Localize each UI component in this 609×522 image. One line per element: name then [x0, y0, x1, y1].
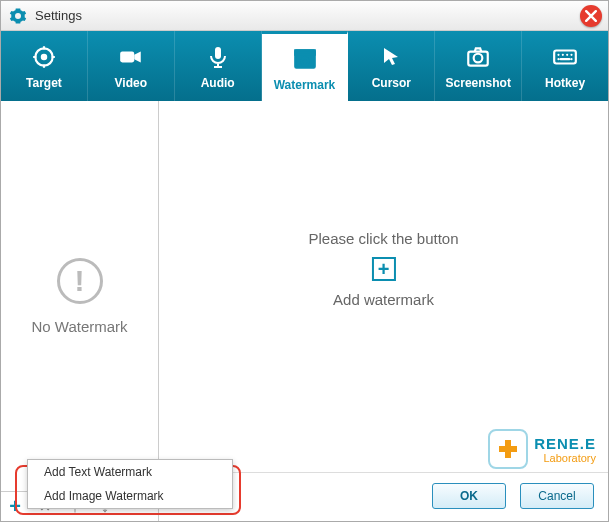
ok-button[interactable]: OK: [432, 483, 506, 509]
tab-cursor[interactable]: Cursor: [348, 31, 435, 101]
brand-logo: RENE.E Laboratory: [488, 429, 596, 469]
svg-rect-3: [215, 47, 221, 59]
tab-target[interactable]: Target: [1, 31, 88, 101]
hint-line-1: Please click the button: [308, 230, 458, 247]
svg-point-1: [42, 55, 46, 59]
gear-icon: [9, 7, 27, 25]
tab-screenshot[interactable]: Screenshot: [435, 31, 522, 101]
svg-rect-2: [120, 52, 134, 63]
tab-label: Target: [26, 76, 62, 90]
camera-icon: [463, 42, 493, 72]
tab-watermark[interactable]: Watermark: [262, 31, 349, 101]
empty-state: Please click the button + Add watermark: [308, 230, 458, 308]
main-panel: Please click the button + Add watermark …: [159, 101, 608, 521]
keyboard-icon: [550, 42, 580, 72]
svg-rect-8: [554, 51, 576, 64]
tab-label: Hotkey: [545, 76, 585, 90]
brand-line2: Laboratory: [534, 452, 596, 464]
tab-label: Audio: [201, 76, 235, 90]
cancel-button[interactable]: Cancel: [520, 483, 594, 509]
settings-window: Settings Target Video Audio Watermark Cu…: [0, 0, 609, 522]
tab-label: Cursor: [372, 76, 411, 90]
brand-badge-icon: [488, 429, 528, 469]
tab-audio[interactable]: Audio: [175, 31, 262, 101]
dialog-buttons: OK Cancel: [432, 483, 594, 509]
watermark-sidebar: ! No Watermark + × ↑ ↓: [1, 101, 159, 521]
svg-rect-5: [295, 50, 315, 54]
tab-bar: Target Video Audio Watermark Cursor Scre…: [1, 31, 608, 101]
hint-line-2: Add watermark: [308, 291, 458, 308]
content-body: ! No Watermark + × ↑ ↓ Please click the …: [1, 101, 608, 521]
svg-point-7: [474, 54, 483, 63]
watermark-icon: [290, 44, 320, 74]
add-watermark-menu: Add Text Watermark Add Image Watermark: [27, 459, 233, 509]
tab-label: Video: [115, 76, 147, 90]
brand-line1: RENE.E: [534, 435, 596, 452]
close-button[interactable]: [580, 5, 602, 27]
brand-text: RENE.E Laboratory: [534, 435, 596, 464]
microphone-icon: [203, 42, 233, 72]
menu-item-add-text-watermark[interactable]: Add Text Watermark: [28, 460, 232, 484]
preview-label: No Watermark: [31, 318, 127, 335]
target-icon: [29, 42, 59, 72]
menu-item-add-image-watermark[interactable]: Add Image Watermark: [28, 484, 232, 508]
watermark-preview: ! No Watermark: [1, 101, 158, 491]
tab-video[interactable]: Video: [88, 31, 175, 101]
video-icon: [116, 42, 146, 72]
cursor-icon: [376, 42, 406, 72]
exclamation-icon: !: [57, 258, 103, 304]
window-title: Settings: [35, 8, 600, 23]
tab-hotkey[interactable]: Hotkey: [522, 31, 608, 101]
tab-label: Watermark: [274, 78, 336, 92]
tab-label: Screenshot: [446, 76, 511, 90]
add-watermark-plus-button[interactable]: +: [372, 257, 396, 281]
add-watermark-button[interactable]: +: [7, 499, 23, 515]
title-bar: Settings: [1, 1, 608, 31]
